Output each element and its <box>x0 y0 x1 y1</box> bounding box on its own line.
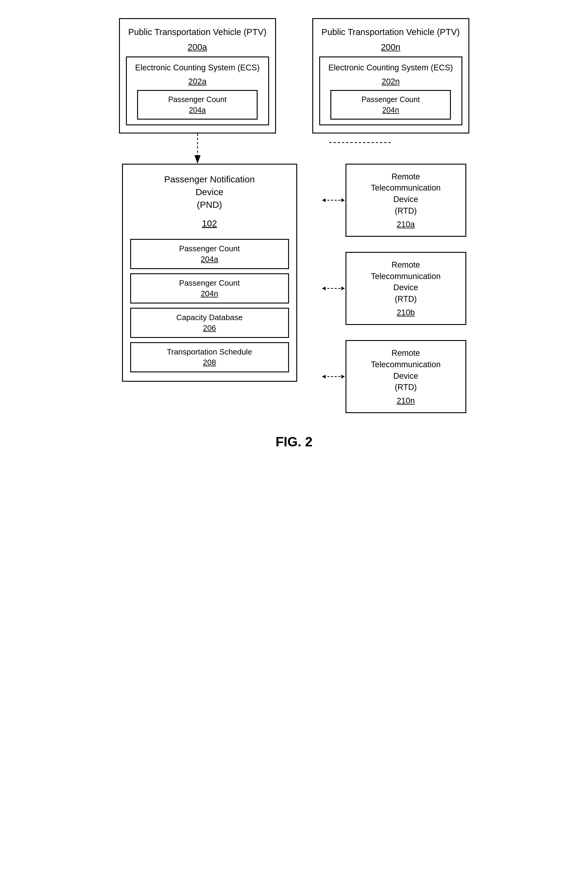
rtd-a-id: 210a <box>396 220 415 229</box>
fig-label: FIG. 2 <box>68 434 520 449</box>
rtd-b-arrow <box>321 284 345 293</box>
rtd-n-arrow <box>321 372 345 381</box>
svg-marker-10 <box>322 375 326 378</box>
rtd-n-id: 210n <box>396 396 415 406</box>
pnd-item-0-label: Passenger Count <box>179 244 240 253</box>
svg-marker-8 <box>341 286 345 290</box>
connector-area <box>68 133 520 164</box>
svg-marker-11 <box>341 375 345 378</box>
rtd-n-row: RemoteTelecommunicationDevice(RTD) 210n <box>321 340 466 413</box>
ptv-a-title: Public Transportation Vehicle (PTV) <box>128 26 267 38</box>
pc-a-label: Passenger Count <box>168 95 226 104</box>
svg-marker-7 <box>322 286 326 290</box>
ptv-a-id: 200a <box>188 42 207 52</box>
ecs-a-id: 202a <box>188 77 206 86</box>
ecs-n-title: Electronic Counting System (ECS) <box>328 62 453 73</box>
ptv-n-title: Public Transportation Vehicle (PTV) <box>322 26 460 38</box>
rtd-n-box: RemoteTelecommunicationDevice(RTD) 210n <box>345 340 466 413</box>
rtd-a-box: RemoteTelecommunicationDevice(RTD) 210a <box>345 164 466 237</box>
pnd-box: Passenger NotificationDevice(PND) 102 Pa… <box>122 164 297 382</box>
pnd-item-1-id: 204n <box>201 289 218 298</box>
pnd-item-3-id: 208 <box>203 358 216 367</box>
top-row: Public Transportation Vehicle (PTV) 200a… <box>68 18 520 133</box>
pnd-item-1-label: Passenger Count <box>179 279 240 288</box>
rtd-b-box: RemoteTelecommunicationDevice(RTD) 210b <box>345 252 466 325</box>
pnd-item-1: Passenger Count 204n <box>130 273 289 303</box>
pc-a-box: Passenger Count 204a <box>137 90 258 120</box>
rtd-b-title: RemoteTelecommunicationDevice(RTD) <box>371 259 441 305</box>
pnd-id: 102 <box>202 218 217 229</box>
rtd-b-id: 210b <box>396 308 415 318</box>
rtd-a-row: RemoteTelecommunicationDevice(RTD) 210a <box>321 164 466 237</box>
ptv-a-box: Public Transportation Vehicle (PTV) 200a… <box>119 18 276 133</box>
svg-marker-4 <box>322 198 326 202</box>
rtd-a-arrow <box>321 196 345 205</box>
arrow-down-a <box>119 133 276 164</box>
middle-row: Passenger NotificationDevice(PND) 102 Pa… <box>68 164 520 414</box>
rtd-n-title: RemoteTelecommunicationDevice(RTD) <box>371 348 441 393</box>
ptv-n-box: Public Transportation Vehicle (PTV) 200n… <box>312 18 470 133</box>
pnd-item-0: Passenger Count 204a <box>130 239 289 269</box>
pnd-item-2: Capacity Database 206 <box>130 308 289 338</box>
pnd-item-3: Transportation Schedule 208 <box>130 342 289 372</box>
pnd-item-3-label: Transportation Schedule <box>167 347 252 357</box>
ecs-n-box: Electronic Counting System (ECS) 202n Pa… <box>319 57 462 125</box>
svg-marker-5 <box>341 198 345 202</box>
ptv-n-id: 200n <box>381 42 400 52</box>
ecs-n-id: 202n <box>381 77 399 86</box>
rtd-b-row: RemoteTelecommunicationDevice(RTD) 210b <box>321 252 466 325</box>
pnd-title: Passenger NotificationDevice(PND) <box>164 173 255 211</box>
arrow-down-n <box>312 133 470 164</box>
svg-marker-1 <box>195 155 201 164</box>
ecs-a-box: Electronic Counting System (ECS) 202a Pa… <box>126 57 269 125</box>
pc-a-id: 204a <box>189 106 206 114</box>
pc-n-id: 204n <box>382 106 399 114</box>
pc-n-label: Passenger Count <box>362 95 420 104</box>
rtd-a-title: RemoteTelecommunicationDevice(RTD) <box>371 171 441 217</box>
pnd-item-2-id: 206 <box>203 324 216 333</box>
rtd-column: RemoteTelecommunicationDevice(RTD) 210a <box>321 164 466 414</box>
pc-n-box: Passenger Count 204n <box>330 90 451 120</box>
pnd-item-0-id: 204a <box>201 255 218 264</box>
pnd-item-2-label: Capacity Database <box>176 313 243 322</box>
ecs-a-title: Electronic Counting System (ECS) <box>135 62 260 73</box>
